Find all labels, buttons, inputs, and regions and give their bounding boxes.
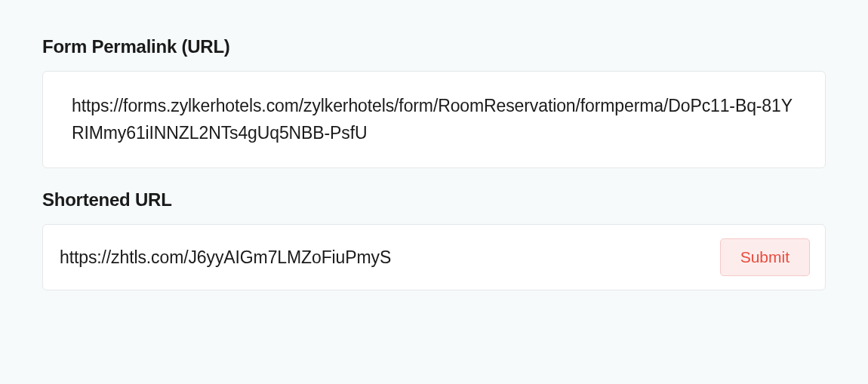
permalink-box: https://forms.zylkerhotels.com/zylkerhot… <box>42 71 826 168</box>
submit-button[interactable]: Submit <box>720 238 810 276</box>
permalink-section: Form Permalink (URL) https://forms.zylke… <box>42 36 826 168</box>
shortened-box: https://zhtls.com/J6yyAIGm7LMZoFiuPmyS S… <box>42 224 826 290</box>
permalink-url: https://forms.zylkerhotels.com/zylkerhot… <box>72 93 796 146</box>
shortened-url: https://zhtls.com/J6yyAIGm7LMZoFiuPmyS <box>60 247 391 268</box>
shortened-section: Shortened URL https://zhtls.com/J6yyAIGm… <box>42 189 826 290</box>
shortened-label: Shortened URL <box>42 189 826 210</box>
permalink-label: Form Permalink (URL) <box>42 36 826 57</box>
